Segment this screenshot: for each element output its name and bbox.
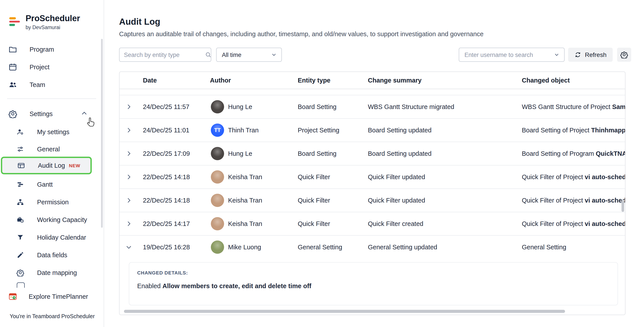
changed-details-text: Enabled Allow members to create, edit an… xyxy=(137,282,610,289)
page-title: Audit Log xyxy=(119,17,160,27)
sidebar-item-label: Gantt xyxy=(37,181,53,188)
expanded-details-panel: CHANGED DETAILS: Enabled Allow members t… xyxy=(120,259,625,315)
cell-changed-object: WBS Gantt Structure of Project Sam xyxy=(522,103,625,110)
sidebar-item-explore-timeplanner[interactable]: Explore TimePlanner xyxy=(0,288,104,305)
partially-scrolled-row xyxy=(120,89,625,95)
cell-change-summary: Quick Filter created xyxy=(368,220,522,227)
sidebar-item-working-capacity[interactable]: Working Capacity xyxy=(0,212,104,227)
sidebar-item-label: General xyxy=(37,146,60,153)
table-settings-button[interactable] xyxy=(617,48,631,62)
avatar xyxy=(211,170,224,184)
sidebar-item-label: Audit Log xyxy=(38,162,65,169)
chevron-down-icon xyxy=(271,52,277,58)
cell-author: Keisha Tran xyxy=(210,170,298,184)
table-row[interactable]: 22/Dec/25 14:17 Keisha Tran Quick Filter… xyxy=(120,212,625,236)
sidebar-item-permission[interactable]: Permission xyxy=(0,195,104,210)
cell-date: 19/Dec/25 16:28 xyxy=(143,244,210,251)
sidebar-item-label: Project xyxy=(30,64,50,71)
cell-entity-type: Quick Filter xyxy=(298,197,368,204)
sidebar-item-data-fields[interactable]: Data fields xyxy=(0,248,104,262)
table-row[interactable]: 24/Dec/25 11:57 Hung Le Board Setting WB… xyxy=(120,95,625,119)
username-placeholder: Enter username to search xyxy=(464,51,533,58)
cell-author: Keisha Tran xyxy=(210,194,298,207)
col-header-date: Date xyxy=(143,77,210,84)
funnel-icon xyxy=(16,233,24,241)
author-name: Keisha Tran xyxy=(228,197,262,204)
expand-chevron-right-icon[interactable] xyxy=(120,103,143,110)
avatar xyxy=(211,240,224,254)
cell-change-summary: Quick Filter updated xyxy=(368,173,522,180)
sidebar-scrollbar[interactable] xyxy=(101,39,103,228)
app-window: ProScheduler by DevSamurai Program Proje… xyxy=(0,0,644,327)
time-filter-select[interactable]: All time xyxy=(216,48,282,62)
cell-date: 24/Dec/25 11:01 xyxy=(143,127,210,134)
author-name: Keisha Tran xyxy=(228,220,262,227)
hierarchy-icon xyxy=(16,198,24,206)
entity-search-input[interactable] xyxy=(120,49,205,61)
cell-change-summary: Board Setting updated xyxy=(368,150,522,157)
sidebar-item-date-mapping[interactable]: Date mapping xyxy=(0,265,104,280)
cell-entity-type: Project Setting xyxy=(298,127,368,134)
sidebar-item-label: Holiday Calendar xyxy=(37,234,86,241)
expand-chevron-right-icon[interactable] xyxy=(120,220,143,227)
author-name: Keisha Tran xyxy=(228,173,262,180)
expand-chevron-right-icon[interactable] xyxy=(120,173,143,180)
col-header-author: Author xyxy=(210,77,298,84)
cell-date: 22/Dec/25 14:18 xyxy=(143,173,210,180)
sidebar-item-program[interactable]: Program xyxy=(0,42,104,57)
cell-changed-object: Board Setting of Program QuickTNA xyxy=(522,150,625,157)
vertical-scrollbar[interactable] xyxy=(622,199,624,212)
timeplanner-icon xyxy=(8,292,17,301)
cell-changed-object: Quick Filter of Project vi auto-sched xyxy=(522,220,625,227)
cell-change-summary: General Setting updated xyxy=(368,244,522,251)
audit-log-icon xyxy=(17,162,25,169)
expand-chevron-right-icon[interactable] xyxy=(120,150,143,157)
avatar xyxy=(211,100,224,113)
table-row[interactable]: 22/Dec/25 14:18 Keisha Tran Quick Filter… xyxy=(120,189,625,212)
main-content: Audit Log Captures an auditable trail of… xyxy=(104,0,644,327)
sidebar-item-gantt[interactable]: Gantt xyxy=(0,177,104,192)
gear-icon xyxy=(8,109,17,118)
username-search-select[interactable]: Enter username to search xyxy=(459,48,564,62)
expand-chevron-right-icon[interactable] xyxy=(120,197,143,204)
sidebar: ProScheduler by DevSamurai Program Proje… xyxy=(0,0,104,327)
table-row[interactable]: 22/Dec/25 17:09 Hung Le Board Setting Bo… xyxy=(120,142,625,165)
time-filter-value: All time xyxy=(222,51,242,58)
app-logo-icon xyxy=(9,17,20,26)
col-header-changed-object: Changed object xyxy=(522,77,625,84)
cell-changed-object: Quick Filter of Project vi auto-sched xyxy=(522,197,625,204)
cell-author: Hung Le xyxy=(210,147,298,160)
expand-chevron-down-icon[interactable] xyxy=(120,244,143,251)
avatar xyxy=(211,147,224,160)
table-row[interactable]: 22/Dec/25 14:18 Keisha Tran Quick Filter… xyxy=(120,165,625,189)
sidebar-footer-text: You're in Teamboard ProScheduler xyxy=(10,313,95,319)
cell-entity-type: Quick Filter xyxy=(298,173,368,180)
sidebar-item-label: Date mapping xyxy=(37,269,77,276)
author-name: Mike Luong xyxy=(228,244,261,251)
app-title: ProScheduler xyxy=(26,14,80,23)
sidebar-item-project[interactable]: Project xyxy=(0,60,104,75)
sidebar-item-general[interactable]: General xyxy=(0,142,104,157)
sidebar-item-label: Settings xyxy=(30,110,53,117)
table-row[interactable]: 24/Dec/25 11:01 TT Thinh Tran Project Se… xyxy=(120,119,625,142)
cell-changed-object: Board Setting of Project Thinhmapp xyxy=(522,127,625,134)
cell-author: Keisha Tran xyxy=(210,217,298,230)
sidebar-item-audit-log[interactable]: Audit Log NEW xyxy=(1,157,92,174)
horizontal-scrollbar[interactable] xyxy=(124,310,565,313)
cell-entity-type: Quick Filter xyxy=(298,220,368,227)
table-row-expanded[interactable]: 19/Dec/25 16:28 Mike Luong General Setti… xyxy=(120,236,625,259)
search-icon xyxy=(205,51,212,58)
sliders-icon xyxy=(16,145,24,153)
sidebar-item-holiday-calendar[interactable]: Holiday Calendar xyxy=(0,230,104,245)
expand-chevron-right-icon[interactable] xyxy=(120,127,143,134)
refresh-button[interactable]: Refresh xyxy=(568,48,613,62)
new-badge: NEW xyxy=(69,163,80,168)
folder-icon xyxy=(8,45,17,54)
changed-details-box: CHANGED DETAILS: Enabled Allow members t… xyxy=(129,262,618,305)
sidebar-item-label: Team xyxy=(30,81,45,88)
user-settings-icon xyxy=(16,128,24,136)
sidebar-item-label: Data fields xyxy=(37,251,67,259)
sidebar-item-team[interactable]: Team xyxy=(0,77,104,92)
cell-changed-object: Quick Filter of Project vi auto-sched xyxy=(522,173,625,180)
page-subtitle: Captures an auditable trail of changes, … xyxy=(119,31,604,38)
